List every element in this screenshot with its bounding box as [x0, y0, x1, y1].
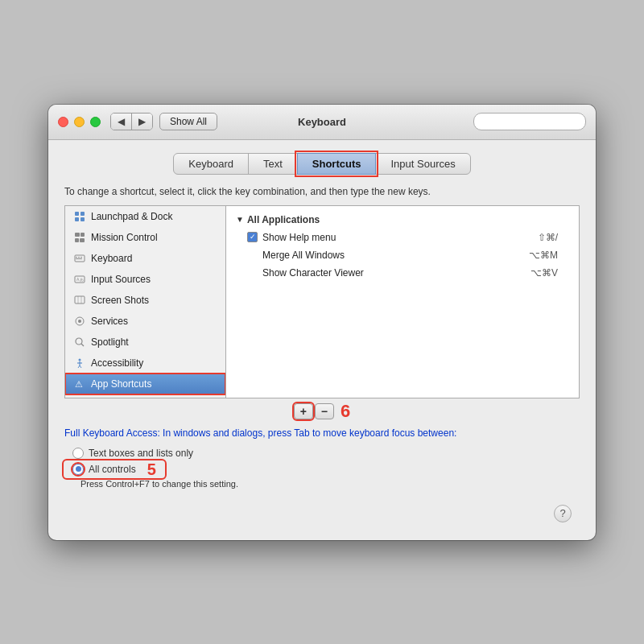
sidebar-item-accessibility[interactable]: Accessibility — [65, 353, 225, 374]
svg-rect-11 — [80, 257, 82, 258]
launchpad-icon — [73, 210, 86, 223]
svg-text:⚠: ⚠ — [75, 379, 83, 389]
sidebar-item-mission[interactable]: Mission Control — [65, 227, 225, 248]
sidebar-label-services: Services — [91, 316, 128, 327]
shortcut-key-0: ⇧⌘/ — [538, 232, 558, 243]
svg-rect-3 — [80, 217, 85, 221]
sidebar-label-mission: Mission Control — [91, 232, 158, 243]
svg-rect-10 — [78, 257, 80, 258]
tab-keyboard[interactable]: Keyboard — [173, 153, 249, 175]
window-title: Keyboard — [298, 116, 346, 128]
sidebar-item-launchpad[interactable]: Launchpad & Dock — [65, 206, 225, 227]
svg-text:あ: あ — [80, 277, 84, 282]
svg-rect-5 — [80, 233, 85, 237]
back-button[interactable]: ◀ — [111, 114, 132, 130]
accessibility-icon — [73, 357, 86, 369]
shortcut-label-2: Show Character Viewer — [247, 267, 364, 279]
radio-dot — [76, 466, 81, 472]
keyboard-access-title: Full Keyboard Access: In windows and dia… — [64, 427, 580, 439]
sidebar-label-screenshots: Screen Shots — [91, 295, 149, 306]
sidebar-label-input: Input Sources — [91, 274, 151, 285]
maximize-button[interactable] — [90, 117, 101, 127]
svg-point-23 — [79, 358, 81, 361]
search-wrapper: 🔍 — [473, 113, 586, 130]
sidebar: Launchpad & Dock Mission Control Keyboar… — [65, 206, 226, 398]
svg-rect-12 — [76, 258, 82, 259]
sidebar-label-app-shortcuts: App Shortcuts — [91, 378, 151, 390]
shortcut-row-1[interactable]: Merge All Windows ⌥⌘M — [231, 246, 574, 264]
sidebar-item-input[interactable]: Aあ Input Sources — [65, 269, 225, 290]
sidebar-item-screenshots[interactable]: Screen Shots — [65, 290, 225, 311]
svg-rect-9 — [76, 257, 77, 258]
svg-rect-2 — [75, 217, 79, 221]
keyboard-hint-text: Press Control+F7 to change this setting. — [64, 479, 580, 489]
spotlight-icon — [73, 336, 86, 349]
radio-option-textonly[interactable]: Text boxes and lists only — [64, 445, 580, 461]
screenshots-icon — [73, 294, 86, 307]
radio-label-allcontrols: All controls — [89, 464, 136, 475]
sidebar-label-keyboard: Keyboard — [91, 253, 132, 264]
radio-allcontrols[interactable] — [72, 464, 84, 475]
svg-line-22 — [81, 344, 84, 346]
step-4-label: 4 — [65, 394, 101, 398]
remove-shortcut-button[interactable]: − — [315, 403, 334, 419]
sidebar-item-spotlight[interactable]: Spotlight — [65, 332, 225, 353]
mission-icon — [73, 231, 86, 244]
content-area: Keyboard Text Shortcuts Input Sources To… — [48, 140, 596, 540]
app-shortcuts-icon: ⚠ — [73, 378, 86, 390]
sidebar-item-app-shortcuts[interactable]: ⚠ App Shortcuts — [65, 374, 225, 394]
shortcut-key-1: ⌥⌘M — [529, 250, 558, 261]
close-button[interactable] — [58, 117, 68, 127]
keyboard-access-section: Full Keyboard Access: In windows and dia… — [64, 424, 580, 492]
forward-button[interactable]: ▶ — [132, 114, 152, 130]
check-icon: ✓ — [250, 233, 256, 241]
sidebar-label-spotlight: Spotlight — [91, 336, 129, 348]
shortcut-row-2[interactable]: Show Character Viewer ⌥⌘V — [231, 264, 574, 282]
group-label: All Applications — [247, 214, 320, 225]
search-input[interactable] — [473, 113, 586, 130]
radio-label-textonly: Text boxes and lists only — [89, 448, 193, 459]
triangle-icon: ▼ — [236, 215, 244, 224]
sidebar-item-services[interactable]: Services — [65, 311, 225, 332]
shortcut-left-2: Show Character Viewer — [247, 267, 364, 279]
svg-rect-7 — [80, 238, 85, 242]
shortcut-label-1: Merge All Windows — [247, 250, 345, 261]
svg-rect-16 — [75, 296, 85, 303]
add-shortcut-button[interactable]: + — [294, 403, 313, 419]
keyboard-icon — [73, 252, 86, 265]
shortcut-row-0[interactable]: ✓ Show Help menu ⇧⌘/ — [231, 229, 574, 246]
add-remove-bar: + − 6 — [64, 398, 580, 424]
shortcut-key-2: ⌥⌘V — [530, 267, 558, 279]
shortcut-checkbox-0[interactable]: ✓ — [247, 232, 258, 242]
radio-option-allcontrols[interactable]: All controls 5 — [64, 461, 164, 477]
services-icon — [73, 315, 86, 328]
minimize-button[interactable] — [74, 117, 85, 127]
shortcut-label-0: Show Help menu — [262, 232, 336, 243]
shortcuts-panel: ▼ All Applications ✓ Show Help menu ⇧⌘/ — [226, 206, 579, 398]
radio-textonly[interactable] — [72, 448, 84, 459]
tab-bar: Keyboard Text Shortcuts Input Sources — [64, 153, 580, 175]
tab-shortcuts[interactable]: Shortcuts — [297, 153, 377, 175]
bottom-row: ? — [64, 492, 580, 527]
sidebar-item-keyboard[interactable]: Keyboard — [65, 248, 225, 269]
svg-rect-4 — [75, 233, 80, 237]
shortcut-left-1: Merge All Windows — [247, 250, 345, 261]
tab-text[interactable]: Text — [248, 153, 298, 175]
input-icon: Aあ — [73, 273, 86, 286]
step-6-label: 6 — [341, 403, 350, 419]
svg-point-20 — [78, 320, 81, 323]
keyboard-window: ◀ ▶ Show All Keyboard 3 🔍 Keyboard Text … — [48, 105, 596, 540]
nav-buttons: ◀ ▶ — [110, 113, 153, 130]
shortcut-group-header[interactable]: ▼ All Applications — [231, 211, 574, 229]
show-all-button[interactable]: Show All — [159, 113, 217, 130]
tab-input-sources[interactable]: Input Sources — [375, 153, 470, 175]
svg-point-21 — [76, 338, 82, 345]
sidebar-label-accessibility: Accessibility — [91, 357, 143, 369]
help-button[interactable]: ? — [554, 505, 572, 522]
svg-rect-0 — [75, 212, 79, 216]
sidebar-label-launchpad: Launchpad & Dock — [91, 211, 172, 222]
step-5-label: 5 — [147, 464, 156, 475]
svg-line-27 — [80, 365, 81, 368]
traffic-lights — [58, 117, 101, 127]
titlebar: ◀ ▶ Show All Keyboard 3 🔍 — [48, 105, 596, 140]
